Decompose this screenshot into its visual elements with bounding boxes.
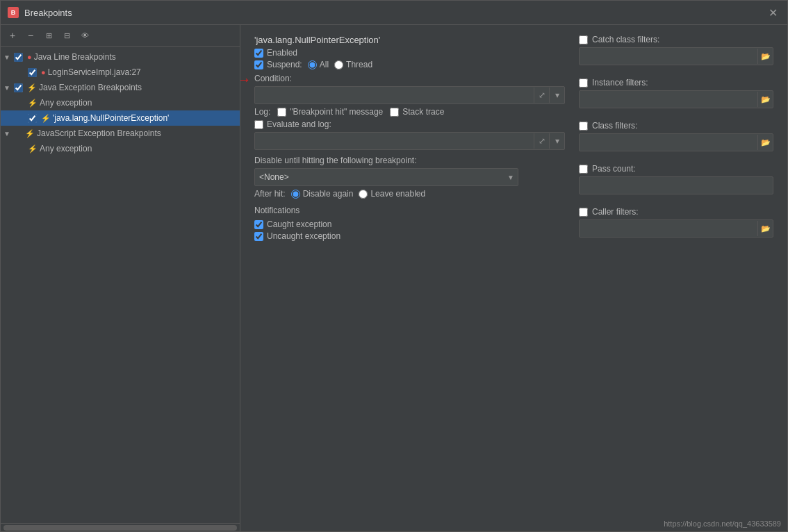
pass-count-input[interactable] [580,181,773,190]
catch-class-filters-label: Catch class filters: [592,35,659,44]
left-col: 'java.lang.NullPointerException' Enabled… [254,35,565,522]
close-button[interactable]: ✕ [765,5,780,20]
tree-arrow-java-ex: ▼ [3,84,12,92]
dialog-icon: B [8,7,19,18]
instance-filters-input[interactable] [580,94,757,104]
uncaught-exception-row: Uncaught exception [254,231,565,241]
suspend-thread-label[interactable]: Thread [334,60,372,69]
toolbar: + − ⊞ ⊟ 👁 [1,25,240,47]
pass-count-checkbox[interactable] [579,165,588,174]
two-column-layout: 'java.lang.NullPointerException' Enabled… [254,35,773,522]
evaluate-expand-btn[interactable]: ⤢ [534,133,549,149]
tree-item-nullpointer[interactable]: ⚡ 'java.lang.NullPointerException' [1,110,240,126]
tree-check-nullpointer[interactable] [28,114,37,123]
log-breakpoint-label[interactable]: "Breakpoint hit" message [277,107,383,117]
left-scrollbar[interactable] [3,525,237,531]
uncaught-exception-label[interactable]: Uncaught exception [254,231,340,241]
tree-item-java-line-root[interactable]: ▼ ● Java Line Breakpoints [1,49,240,65]
disable-label: Disable until hitting the following brea… [254,156,565,165]
log-stack-trace-checkbox[interactable] [390,108,399,117]
instance-filters-input-row: 📂 [579,90,773,108]
caught-exception-text: Caught exception [267,219,331,229]
class-filters-browse[interactable]: 📂 [757,135,773,150]
evaluate-input-row: ⤢ ▾ [254,132,565,150]
tree-item-any-exception-java[interactable]: ⚡ Any exception [1,95,240,110]
instance-filters-label: Instance filters: [592,78,648,88]
expand-button[interactable]: ⊞ [41,28,56,43]
tree-item-login-service[interactable]: ● LoginServiceImpl.java:27 [1,65,240,80]
log-stack-trace-label[interactable]: Stack trace [390,107,444,117]
caller-filters-checkbox[interactable] [579,208,588,217]
suspend-checkbox[interactable] [254,60,263,69]
catch-class-filters-browse[interactable]: 📂 [757,49,773,64]
dialog-title-left: B Breakpoints [8,7,72,18]
add-button[interactable]: + [5,28,20,43]
catch-class-filters-input[interactable] [580,51,757,61]
dialog-titlebar: B Breakpoints ✕ [1,1,787,25]
leave-enabled-text: Leave enabled [370,189,425,199]
class-filters-input-row: 📂 [579,133,773,151]
evaluate-text: Evaluate and log: [267,119,331,129]
leave-enabled-radio[interactable] [359,190,368,199]
caller-filters-browse[interactable]: 📂 [757,221,773,236]
caller-filters-input[interactable] [580,224,757,233]
class-filters-checkbox[interactable] [579,122,588,131]
instance-filters-checkbox[interactable] [579,78,588,88]
class-filters-label-row: Class filters: [579,121,773,131]
suspend-all-label[interactable]: All [308,60,329,69]
condition-input[interactable] [255,90,534,100]
tree-check-java-ex[interactable] [14,83,23,92]
evaluate-check-label[interactable]: Evaluate and log: [254,119,331,129]
disable-again-label[interactable]: Disable again [291,189,354,199]
log-stack-trace-text: Stack trace [402,107,444,117]
tree-item-java-exception-root[interactable]: ▼ ⚡ Java Exception Breakpoints [1,80,240,95]
suspend-all-radio[interactable] [308,60,317,69]
enabled-checkbox[interactable] [254,49,263,58]
breakpoint-icon-java-line: ● [27,53,32,61]
evaluate-input[interactable] [255,136,534,146]
enabled-text: Enabled [267,48,297,58]
dropdown-row: <None> ▼ [254,168,565,186]
evaluate-checkbox[interactable] [254,120,263,129]
eye-button[interactable]: 👁 [77,28,92,43]
instance-filters-browse[interactable]: 📂 [757,92,773,107]
breakpoint-icon-any-js: ⚡ [28,144,38,153]
caught-exception-row: Caught exception [254,219,565,229]
evaluate-dropdown-btn[interactable]: ▾ [549,133,564,149]
log-breakpoint-text: "Breakpoint hit" message [290,107,383,117]
caller-filters-group: Caller filters: 📂 [579,207,773,238]
tree-item-js-exception-root[interactable]: ▼ ⚡ JavaScript Exception Breakpoints [1,126,240,141]
suspend-check-label[interactable]: Suspend: [254,60,302,69]
disable-dropdown[interactable]: <None> [254,168,518,186]
left-panel: + − ⊞ ⊟ 👁 ▼ ● Java Line Breakpoints [1,25,240,531]
enabled-label[interactable]: Enabled [254,48,297,58]
tree-check-java-line[interactable] [14,53,23,62]
catch-class-filters-checkbox[interactable] [579,35,588,44]
notifications-label: Notifications [254,206,565,215]
condition-text: Condition: [254,74,292,83]
caught-exception-label[interactable]: Caught exception [254,219,331,229]
suspend-thread-radio[interactable] [334,60,343,69]
log-breakpoint-checkbox[interactable] [277,108,286,117]
remove-button[interactable]: − [23,28,38,43]
class-filters-input[interactable] [580,138,757,147]
condition-expand-btn[interactable]: ⤢ [534,88,549,103]
disable-again-radio[interactable] [291,190,300,199]
after-hit-row: After hit: Disable again Leave enabled [254,189,565,199]
leave-enabled-label[interactable]: Leave enabled [359,189,425,199]
breakpoint-icon-login: ● [41,68,46,76]
caller-filters-label-row: Caller filters: [579,207,773,217]
suspend-text: Suspend: [267,60,302,69]
breakpoint-icon-java-ex: ⚡ [27,83,37,92]
tree-item-any-exception-js[interactable]: ⚡ Any exception [1,141,240,156]
collapse-button[interactable]: ⊟ [59,28,74,43]
condition-input-row: ⤢ ▾ [254,86,565,104]
tree-check-login[interactable] [28,68,37,77]
notifications-section: Notifications Caught exception Uncaught … [254,206,565,241]
condition-dropdown-btn[interactable]: ▾ [549,88,564,103]
uncaught-exception-checkbox[interactable] [254,232,263,241]
exception-title: 'java.lang.NullPointerException' [254,35,565,45]
caught-exception-checkbox[interactable] [254,220,263,229]
pass-count-input-row [579,176,773,194]
enabled-row: Enabled [254,48,565,58]
